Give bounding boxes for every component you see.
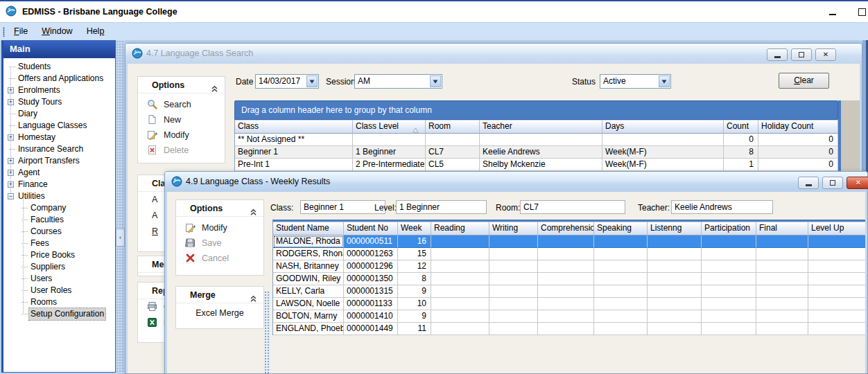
results-window-titlebar[interactable]: 4.9 Language Class - Weekly Results ✕ bbox=[165, 172, 867, 192]
app-titlebar[interactable]: EDMISS - Brisbane Language College bbox=[0, 1, 868, 22]
column-header-speaking[interactable]: Speaking bbox=[594, 222, 648, 235]
table-row[interactable]: GOODWIN, Riley00000013508 bbox=[273, 273, 865, 285]
status-dropdown[interactable]: Active bbox=[600, 74, 671, 89]
table-row[interactable]: MALONE, Rhoda000000051116 bbox=[273, 235, 865, 248]
sidebar-item-user-roles[interactable]: User Roles bbox=[3, 285, 115, 296]
table-row[interactable]: NASH, Britanney000000129612 bbox=[273, 260, 865, 273]
sidebar-item-offers-and-applications[interactable]: Offers and Applications bbox=[3, 73, 115, 84]
menu-item-window[interactable]: Window bbox=[35, 23, 79, 40]
collapse-icon[interactable]: − bbox=[8, 193, 14, 199]
excel-merge-button[interactable]: Excel Merge bbox=[176, 303, 263, 323]
group-by-bar[interactable]: Drag a column header here to group by th… bbox=[234, 100, 838, 120]
sidebar-item-students[interactable]: Students bbox=[3, 61, 115, 73]
menu-grip-handle[interactable] bbox=[3, 27, 5, 37]
collapse-chevron-icon[interactable] bbox=[211, 82, 218, 89]
collapse-chevron-icon[interactable] bbox=[250, 292, 257, 299]
minimize-button[interactable] bbox=[798, 177, 819, 189]
column-header-writing[interactable]: Writing bbox=[489, 222, 538, 235]
options-panel-header[interactable]: Options bbox=[138, 77, 225, 93]
expand-icon[interactable]: + bbox=[8, 170, 14, 176]
table-row[interactable]: ** Not Assigned **00 bbox=[235, 134, 838, 146]
column-header-room[interactable]: Room bbox=[426, 120, 480, 134]
sidebar-item-language-classes[interactable]: Language Classes bbox=[3, 120, 115, 132]
search-options-delete-button[interactable]: Delete bbox=[138, 143, 225, 158]
search-window-titlebar[interactable]: 4.7 Language Class Search ✕ bbox=[125, 44, 862, 64]
date-picker[interactable]: 14/03/2017 bbox=[255, 74, 319, 89]
column-header-holiday-count[interactable]: Holiday Count bbox=[758, 120, 838, 134]
clear-button[interactable]: Clear bbox=[779, 73, 829, 89]
options-panel-header[interactable]: Options bbox=[176, 200, 263, 217]
table-row[interactable]: KELLY, Carla00000013159 bbox=[273, 285, 865, 298]
minimize-button[interactable] bbox=[824, 1, 842, 22]
column-header-final[interactable]: Final bbox=[756, 222, 808, 235]
column-header-student-name[interactable]: Student Name bbox=[273, 222, 344, 235]
merge-panel-header[interactable]: Merge bbox=[176, 287, 263, 303]
expand-icon[interactable]: + bbox=[8, 134, 14, 141]
expand-icon[interactable]: + bbox=[8, 158, 14, 164]
maximize-button[interactable] bbox=[856, 1, 868, 22]
menu-item-file[interactable]: File bbox=[7, 23, 35, 40]
sidebar-item-airport-transfers[interactable]: +Airport Transfers bbox=[3, 155, 115, 167]
close-button[interactable]: ✕ bbox=[815, 48, 836, 61]
column-header-reading[interactable]: Reading bbox=[431, 222, 489, 235]
maximize-button[interactable] bbox=[791, 48, 812, 61]
search-options-modify-button[interactable]: Modify bbox=[138, 127, 225, 143]
table-row[interactable]: RODGERS, Rhona000000126315 bbox=[273, 248, 865, 260]
results-options-cancel-button[interactable]: Cancel bbox=[176, 251, 263, 266]
results-options-save-button[interactable]: Save bbox=[176, 235, 263, 251]
room-field[interactable] bbox=[520, 200, 625, 214]
column-header-student-no[interactable]: Student No bbox=[344, 222, 398, 235]
search-options-new-button[interactable]: New bbox=[138, 112, 225, 127]
session-dropdown[interactable]: AM bbox=[354, 74, 442, 89]
dropdown-arrow-icon[interactable] bbox=[430, 75, 441, 87]
search-options-search-button[interactable]: Search bbox=[138, 97, 225, 112]
table-row[interactable]: BOLTON, Marny00000014109 bbox=[273, 310, 865, 323]
sidebar-item-study-tours[interactable]: +Study Tours bbox=[3, 96, 115, 108]
sidebar-item-insurance-search[interactable]: Insurance Search bbox=[3, 143, 115, 155]
table-row[interactable]: LAWSON, Noelle000000113310 bbox=[273, 298, 865, 310]
column-header-level-up[interactable]: Level Up bbox=[808, 222, 865, 235]
teacher-field[interactable] bbox=[671, 200, 773, 214]
sidebar-item-utilities[interactable]: −Utilities bbox=[3, 190, 115, 202]
close-button[interactable]: ✕ bbox=[847, 177, 868, 189]
sidebar-item-price-books[interactable]: Price Books bbox=[3, 249, 115, 261]
column-header-week[interactable]: Week bbox=[398, 222, 431, 235]
expand-icon[interactable]: + bbox=[8, 87, 14, 93]
expand-icon[interactable]: + bbox=[8, 99, 14, 105]
maximize-button[interactable] bbox=[822, 177, 843, 189]
sidebar-item-users[interactable]: Users bbox=[3, 273, 115, 285]
sidebar-item-faculties[interactable]: Faculties bbox=[3, 214, 115, 226]
sidebar-splitter[interactable]: ‹ bbox=[116, 40, 125, 374]
column-header-class-level[interactable]: Class Level bbox=[353, 120, 426, 134]
column-header-participation[interactable]: Participation bbox=[702, 222, 756, 235]
sidebar-item-homestay[interactable]: +Homestay bbox=[3, 132, 115, 143]
level-field[interactable] bbox=[396, 200, 487, 214]
expand-icon[interactable]: + bbox=[8, 181, 14, 188]
column-header-comprehension[interactable]: Comprehension bbox=[538, 222, 594, 235]
column-header-listenng[interactable]: Listenng bbox=[648, 222, 702, 235]
sidebar-item-company[interactable]: Company bbox=[3, 202, 115, 214]
sidebar-item-diary[interactable]: Diary bbox=[3, 108, 115, 120]
minimize-button[interactable] bbox=[767, 48, 788, 61]
results-options-modify-button[interactable]: Modify bbox=[176, 220, 263, 235]
sidebar-item-fees[interactable]: Fees bbox=[3, 238, 115, 249]
sidebar-item-setup-configuration[interactable]: Setup Configuration bbox=[3, 308, 115, 320]
dropdown-arrow-icon[interactable] bbox=[306, 75, 318, 87]
table-row[interactable]: Pre-Int 12 Pre-IntermediateCL5Shelby Mck… bbox=[235, 159, 838, 171]
sidebar-item-courses[interactable]: Courses bbox=[3, 226, 115, 238]
column-header-class[interactable]: Class bbox=[235, 120, 353, 134]
collapse-chevron-icon[interactable] bbox=[250, 205, 257, 213]
sidebar-item-suppliers[interactable]: Suppliers bbox=[3, 261, 115, 273]
panel-splitter[interactable] bbox=[264, 291, 270, 373]
table-row[interactable]: Beginner 11 BeginnerCL7Keelie AndrewsWee… bbox=[235, 146, 838, 159]
sidebar-item-rooms[interactable]: Rooms bbox=[3, 296, 115, 308]
column-header-days[interactable]: Days bbox=[602, 120, 724, 134]
menu-item-help[interactable]: Help bbox=[80, 23, 112, 40]
collapse-sidebar-button[interactable]: ‹ bbox=[116, 229, 125, 247]
column-header-count[interactable]: Count bbox=[724, 120, 758, 134]
sidebar-item-enrolments[interactable]: +Enrolments bbox=[3, 84, 115, 96]
column-header-teacher[interactable]: Teacher bbox=[480, 120, 602, 134]
sidebar-item-agent[interactable]: +Agent bbox=[3, 167, 115, 179]
table-row[interactable]: ENGLAND, Phoebe000000144911 bbox=[273, 323, 865, 335]
dropdown-arrow-icon[interactable] bbox=[659, 75, 670, 87]
